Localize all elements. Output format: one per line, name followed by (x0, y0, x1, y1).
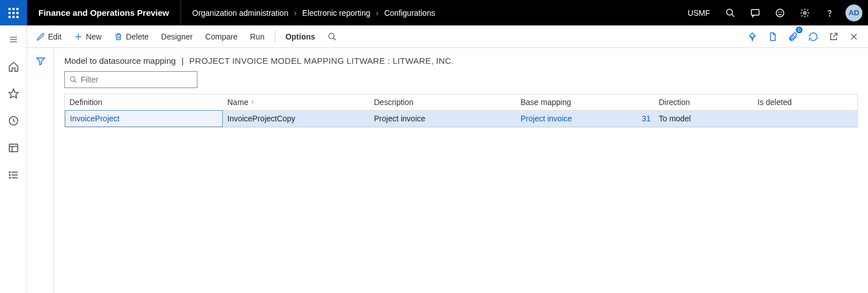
attachments-button[interactable]: 0 (783, 28, 803, 46)
svg-point-14 (781, 12, 782, 12)
navigation-rail (0, 25, 27, 293)
nav-workspaces-button[interactable] (0, 138, 27, 158)
diamond-icon (747, 32, 757, 42)
avatar[interactable]: AD (845, 5, 862, 21)
column-header-basemapping[interactable]: Base mapping (516, 94, 654, 110)
nav-expand-button[interactable] (0, 30, 27, 49)
svg-rect-5 (16, 12, 19, 14)
edit-button[interactable]: Edit (32, 30, 66, 43)
breadcrumb-item[interactable]: Configurations (384, 8, 435, 18)
cell-direction[interactable]: To model (654, 111, 753, 126)
svg-point-33 (329, 33, 334, 38)
page-title: Model to datasource mapping (64, 56, 176, 65)
column-header-name[interactable]: Name↑ (223, 94, 369, 110)
page-heading: Model to datasource mapping | PROJECT IN… (64, 56, 858, 65)
settings-button[interactable] (792, 0, 817, 25)
funnel-icon (36, 56, 46, 66)
cell-isdeleted[interactable] (753, 111, 843, 126)
filter-pane-button[interactable] (36, 56, 46, 293)
cell-basemapping[interactable]: Project invoice (516, 111, 637, 126)
svg-marker-20 (8, 89, 18, 98)
help-button[interactable] (817, 0, 842, 25)
main-content: Model to datasource mapping | PROJECT IN… (54, 48, 868, 293)
cell-definition[interactable]: InvoiceProject (65, 110, 223, 127)
nav-favorites-button[interactable] (0, 84, 27, 103)
question-icon (825, 8, 835, 18)
designer-button[interactable]: Designer (157, 30, 197, 43)
topbar-right: USMF AD (680, 0, 868, 25)
popout-button[interactable] (824, 28, 843, 46)
new-label: New (86, 32, 102, 41)
table-row[interactable]: InvoiceProject InvoiceProjectCopy Projec… (65, 111, 857, 127)
nav-recent-button[interactable] (0, 111, 27, 130)
svg-rect-8 (16, 16, 19, 18)
app-title: Finance and Operations Preview (27, 0, 181, 25)
svg-point-12 (776, 9, 784, 17)
page-icon (768, 32, 778, 42)
messages-button[interactable] (743, 0, 768, 25)
page-subtitle: PROJECT INVOICE MODEL MAPPING LITWARE : … (190, 56, 454, 65)
svg-point-16 (830, 15, 830, 16)
popout-icon (829, 32, 839, 42)
refresh-button[interactable] (804, 28, 823, 46)
options-label: Options (285, 32, 315, 41)
chevron-right-icon: › (294, 8, 297, 18)
workspace-icon (8, 142, 19, 154)
svg-rect-4 (12, 12, 15, 14)
svg-line-38 (74, 81, 77, 83)
action-pane-right: 0 (743, 28, 863, 46)
new-button[interactable]: New (69, 30, 106, 43)
options-button[interactable]: Options (281, 30, 320, 43)
column-header-direction[interactable]: Direction (654, 94, 753, 110)
chat-icon (750, 8, 760, 18)
gear-icon (800, 8, 810, 18)
svg-line-10 (732, 14, 734, 17)
refresh-icon (808, 32, 818, 42)
run-label: Run (250, 32, 265, 41)
close-button[interactable] (844, 28, 863, 46)
office-button[interactable] (763, 28, 782, 46)
action-search-button[interactable] (323, 30, 341, 43)
run-button[interactable]: Run (245, 30, 269, 43)
quickfilter[interactable] (64, 71, 197, 88)
quickfilter-input[interactable] (81, 75, 192, 84)
search-icon (725, 8, 735, 18)
pin-button[interactable] (743, 28, 762, 46)
cell-description[interactable]: Project invoice (369, 111, 516, 126)
pencil-icon (36, 32, 45, 41)
svg-rect-1 (12, 8, 15, 10)
svg-point-9 (726, 9, 733, 15)
smiley-icon (775, 8, 785, 18)
svg-point-29 (9, 174, 10, 176)
column-header-definition[interactable]: Definition (65, 94, 223, 110)
svg-line-34 (333, 38, 336, 40)
feedback-button[interactable] (768, 0, 792, 25)
search-button[interactable] (718, 0, 743, 25)
column-header-isdeleted[interactable]: Is deleted (753, 94, 843, 110)
svg-rect-0 (8, 8, 11, 10)
delete-button[interactable]: Delete (109, 30, 153, 43)
trash-icon (114, 32, 123, 41)
nav-modules-button[interactable] (0, 165, 27, 185)
svg-rect-7 (12, 16, 15, 18)
breadcrumb-item[interactable]: Electronic reporting (302, 8, 371, 18)
plus-icon (74, 32, 83, 41)
compare-button[interactable]: Compare (201, 30, 243, 43)
column-header-description[interactable]: Description (369, 94, 516, 110)
svg-rect-3 (8, 12, 11, 14)
star-icon (8, 88, 19, 99)
svg-rect-6 (8, 16, 11, 18)
cell-basemapping-id[interactable]: 31 (637, 111, 654, 126)
breadcrumb-item[interactable]: Organization administration (192, 8, 288, 18)
breadcrumb: Organization administration › Electronic… (181, 8, 447, 18)
svg-point-28 (9, 172, 10, 173)
chevron-right-icon: › (376, 8, 378, 18)
grid-header-row: Definition Name↑ Description Base mappin… (65, 94, 857, 111)
cell-name[interactable]: InvoiceProjectCopy (223, 111, 369, 126)
search-icon (69, 76, 77, 84)
company-label[interactable]: USMF (680, 8, 718, 18)
app-launcher-button[interactable] (0, 0, 27, 25)
paperclip-icon (788, 32, 798, 42)
nav-home-button[interactable] (0, 57, 27, 76)
svg-rect-11 (751, 10, 759, 15)
